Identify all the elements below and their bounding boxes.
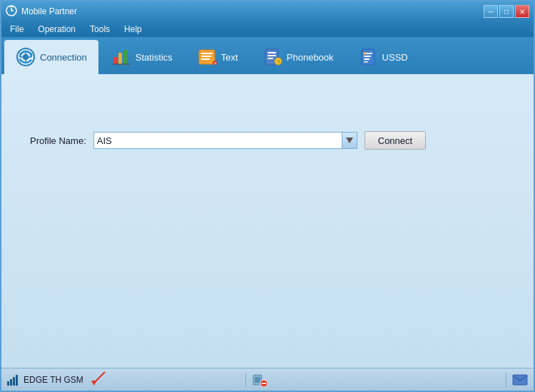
title-buttons: ─ □ ✕: [484, 5, 529, 18]
connect-button[interactable]: Connect: [365, 131, 426, 150]
menu-bar: File Operation Tools Help: [1, 21, 534, 37]
svg-rect-12: [201, 58, 210, 60]
tab-connection-label: Connection: [40, 52, 87, 63]
tab-phonebook[interactable]: ★ Phonebook: [251, 40, 345, 74]
profile-label: Profile Name:: [30, 135, 86, 146]
svg-rect-7: [123, 50, 127, 64]
tab-ussd[interactable]: USSD: [347, 40, 419, 74]
window-frame: Mobile Partner ─ □ ✕ File Operation Tool…: [0, 0, 535, 392]
status-right: [512, 373, 528, 386]
svg-rect-24: [364, 56, 371, 57]
svg-rect-32: [255, 377, 260, 383]
ussd-icon: [358, 47, 378, 67]
menu-file[interactable]: File: [4, 23, 29, 36]
status-left: EDGE TH GSM: [7, 371, 240, 388]
menu-operation[interactable]: Operation: [32, 23, 81, 36]
no-signal-icon: [252, 373, 268, 387]
text-icon: ✕: [197, 47, 217, 67]
status-bar: EDGE TH GSM: [1, 368, 534, 391]
tab-statistics[interactable]: Statistics: [100, 40, 184, 74]
tab-connection[interactable]: Connection: [4, 40, 98, 74]
svg-rect-5: [113, 57, 117, 64]
svg-rect-25: [364, 58, 370, 60]
tab-text-label: Text: [221, 52, 238, 63]
status-no-signal-area: [252, 373, 268, 387]
status-signal-text: EDGE TH GSM: [24, 375, 83, 385]
svg-rect-10: [201, 53, 213, 54]
svg-point-2: [23, 54, 29, 60]
svg-marker-30: [91, 381, 96, 386]
profile-select[interactable]: AIS: [93, 132, 357, 149]
tab-phonebook-label: Phonebook: [287, 52, 334, 63]
status-divider-1: [245, 373, 246, 387]
tab-ussd-label: USSD: [382, 52, 408, 63]
svg-rect-17: [268, 52, 276, 53]
title-bar: Mobile Partner ─ □ ✕: [1, 1, 534, 21]
maximize-button[interactable]: □: [499, 5, 514, 18]
menu-tools[interactable]: Tools: [84, 23, 116, 36]
connection-icon: [16, 47, 36, 67]
svg-rect-35: [513, 375, 527, 385]
window-title: Mobile Partner: [21, 6, 77, 16]
phonebook-icon: ★: [263, 47, 282, 67]
svg-rect-19: [268, 58, 273, 59]
svg-rect-18: [268, 55, 276, 56]
main-content: Profile Name: AIS Connect: [1, 74, 534, 368]
signal-bars-icon: [7, 374, 18, 386]
app-icon: [6, 5, 17, 19]
minimize-button[interactable]: ─: [484, 5, 498, 18]
profile-form-row: Profile Name: AIS Connect: [30, 131, 426, 150]
svg-rect-6: [118, 53, 122, 64]
arrow-indicator: [91, 371, 112, 388]
tab-bar: Connection Statistics: [1, 37, 534, 74]
title-bar-left: Mobile Partner: [6, 5, 77, 19]
statistics-icon: [111, 47, 131, 67]
tab-text[interactable]: ✕ Text: [185, 40, 250, 74]
email-icon: [512, 373, 528, 386]
close-button[interactable]: ✕: [515, 5, 529, 18]
menu-help[interactable]: Help: [118, 23, 148, 36]
svg-rect-11: [201, 56, 211, 57]
svg-point-27: [363, 52, 366, 55]
svg-text:★: ★: [276, 59, 281, 64]
status-divider-2: [506, 373, 506, 387]
profile-select-wrapper: AIS: [93, 132, 357, 149]
tab-statistics-label: Statistics: [136, 52, 173, 63]
svg-rect-26: [364, 61, 368, 63]
